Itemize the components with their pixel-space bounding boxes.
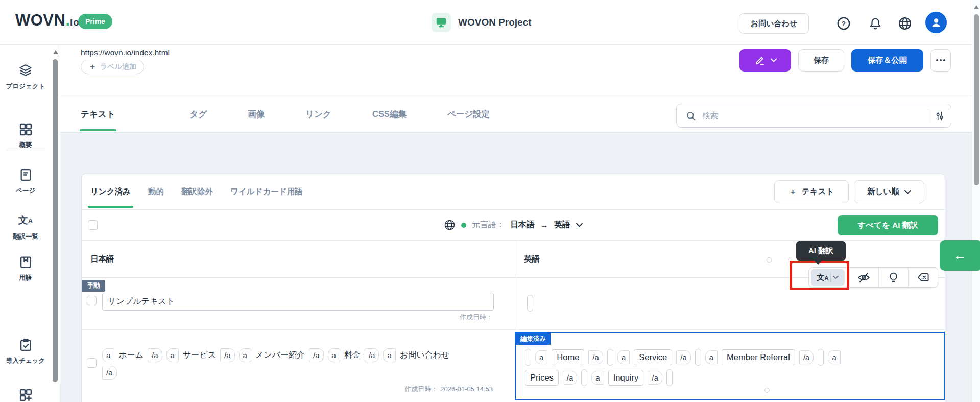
translation-input[interactable]: Member Referral: [722, 349, 795, 365]
translation-input[interactable]: Prices: [525, 370, 559, 386]
tag-close-chip[interactable]: /a: [365, 348, 379, 362]
sort-order-dropdown[interactable]: 新しい順: [854, 180, 924, 203]
language-globe-icon[interactable]: [898, 16, 912, 31]
tag-close-chip[interactable]: /a: [676, 350, 691, 364]
tag-open-chip[interactable]: a: [239, 348, 251, 362]
sidebar-item-overview[interactable]: 概要: [0, 123, 51, 150]
subtab-wildcard-terms[interactable]: ワイルドカード用語: [230, 174, 303, 209]
subtab-linked[interactable]: リンク済み: [90, 174, 131, 209]
collapse-panel-button[interactable]: ←: [940, 240, 980, 271]
link-text: お問い合わせ: [400, 350, 450, 361]
tab-css-edit[interactable]: CSS編集: [372, 97, 407, 132]
logo-dot: .: [65, 11, 70, 30]
sidebar-item-setup-check[interactable]: 導入チェック: [0, 338, 51, 365]
wovn-logo[interactable]: WOVN . io: [15, 11, 80, 30]
subtab-dynamic[interactable]: 動的: [148, 174, 164, 209]
filter-sliders-icon[interactable]: [935, 111, 945, 121]
sidebar-scrollbar[interactable]: [52, 45, 59, 402]
monitor-icon: [432, 13, 451, 32]
tab-images[interactable]: 画像: [248, 97, 265, 132]
sidebar-item-label: 概要: [19, 141, 32, 150]
add-text-button[interactable]: ＋ テキスト: [774, 180, 849, 203]
save-button[interactable]: 保存: [798, 49, 844, 72]
empty-text-input[interactable]: [695, 349, 701, 366]
scrollbar-thumb[interactable]: [53, 59, 58, 382]
chevron-down-icon: [771, 58, 777, 62]
empty-text-input[interactable]: [607, 349, 613, 366]
resize-handle[interactable]: [764, 388, 770, 393]
chevron-down-icon[interactable]: [576, 223, 583, 227]
subtab-excluded[interactable]: 翻訳除外: [181, 174, 213, 209]
page-scrollbar[interactable]: [972, 0, 980, 402]
tooltip-caret: [814, 260, 822, 265]
tag-open-chip[interactable]: a: [102, 348, 114, 362]
ai-translate-all-button[interactable]: すべてを AI 翻訳: [838, 215, 938, 235]
resize-handle[interactable]: [767, 257, 772, 263]
project-switcher[interactable]: WOVON Project: [432, 0, 532, 45]
tag-close-chip[interactable]: /a: [220, 348, 235, 362]
add-label-button[interactable]: ＋ ラベル追加: [81, 60, 144, 74]
source-text-input[interactable]: サンプルテキスト: [102, 293, 494, 311]
row-checkbox[interactable]: [87, 358, 97, 368]
empty-text-input[interactable]: [525, 349, 531, 366]
page-url: https://wovn.io/index.html: [81, 48, 170, 57]
work-area: リンク済み 動的 翻訳除外 ワイルドカード用語 ＋ テキスト 新しい順: [60, 133, 972, 402]
tag-open-chip[interactable]: a: [383, 348, 395, 362]
sidebar-item-label: 導入チェック: [6, 357, 45, 365]
tab-page-settings[interactable]: ページ設定: [447, 97, 490, 132]
target-language-dropdown[interactable]: 英語: [554, 220, 570, 230]
edit-mode-dropdown-button[interactable]: [739, 49, 791, 72]
tab-tags[interactable]: タグ: [190, 97, 207, 132]
tag-close-chip[interactable]: /a: [799, 350, 814, 364]
translation-input[interactable]: Service: [634, 349, 672, 365]
target-cell-selected[interactable]: 編集済み a Home /a a Service /a a Member Ref…: [515, 332, 945, 400]
main-content: https://wovn.io/index.html ＋ ラベル追加 保存 保存…: [60, 45, 972, 402]
sidebar-item-project[interactable]: プロジェクト: [0, 63, 51, 91]
tag-close-chip[interactable]: /a: [588, 350, 603, 364]
source-column-header: 日本語: [90, 254, 114, 265]
empty-text-input[interactable]: [818, 349, 824, 366]
translation-input[interactable]: Home: [552, 349, 584, 365]
lightbulb-icon: [888, 272, 899, 283]
translation-input[interactable]: Inquiry: [608, 370, 644, 386]
sidebar-item-translations[interactable]: 文A 翻訳一覧: [0, 214, 51, 241]
notifications-bell-icon[interactable]: [868, 16, 882, 31]
empty-text-input[interactable]: [581, 369, 587, 386]
red-highlight-box: [790, 261, 849, 290]
tab-links[interactable]: リンク: [305, 97, 331, 132]
empty-translation-input[interactable]: [527, 295, 533, 312]
suggestion-button[interactable]: [879, 268, 908, 287]
delete-backspace-button[interactable]: [909, 268, 938, 287]
tag-close-chip[interactable]: /a: [102, 366, 117, 380]
created-value: 2026-01-05 14:53: [440, 385, 493, 393]
tag-open-chip[interactable]: a: [617, 350, 630, 364]
tag-close-chip[interactable]: /a: [648, 371, 662, 385]
empty-text-input[interactable]: [666, 369, 673, 386]
scrollbar-thumb[interactable]: [974, 14, 979, 185]
help-icon[interactable]: ?: [836, 16, 851, 31]
sidebar-item-more[interactable]: [0, 388, 51, 402]
tag-close-chip[interactable]: /a: [563, 371, 578, 385]
scroll-up-arrow[interactable]: [53, 50, 58, 54]
tag-close-chip[interactable]: /a: [309, 348, 324, 362]
globe-icon: [444, 219, 456, 231]
scroll-up-arrow[interactable]: [974, 5, 979, 9]
tag-open-chip[interactable]: a: [166, 348, 179, 362]
target-segments: a Home /a a Service /a a Member Referral…: [525, 349, 877, 386]
search-input[interactable]: 検索: [676, 104, 951, 128]
more-options-button[interactable]: [930, 49, 951, 72]
tag-open-chip[interactable]: a: [591, 371, 604, 385]
row-checkbox[interactable]: [87, 296, 97, 305]
user-avatar[interactable]: [925, 12, 947, 33]
sidebar-item-pages[interactable]: ページ: [0, 168, 51, 195]
save-publish-button[interactable]: 保存＆公開: [851, 49, 923, 72]
sidebar-item-glossary[interactable]: 用語: [0, 255, 51, 282]
tag-open-chip[interactable]: a: [705, 350, 718, 364]
tab-text[interactable]: テキスト: [81, 97, 115, 132]
tag-open-chip[interactable]: a: [328, 348, 340, 362]
tag-open-chip[interactable]: a: [828, 350, 840, 364]
contact-button[interactable]: お問い合わせ: [739, 13, 809, 34]
hide-text-button[interactable]: [849, 268, 878, 287]
tag-open-chip[interactable]: a: [535, 350, 547, 364]
tag-close-chip[interactable]: /a: [148, 348, 162, 362]
